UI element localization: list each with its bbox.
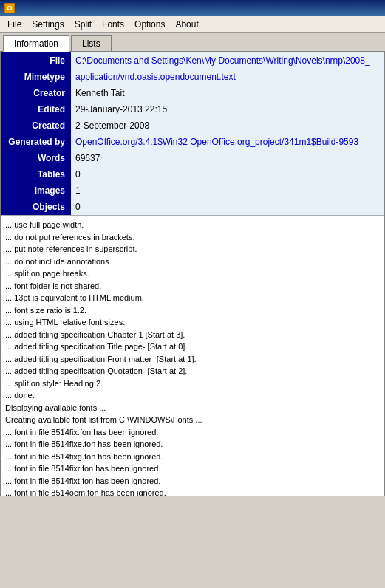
log-line: ... use full page width. (5, 219, 380, 231)
log-area[interactable]: ... use full page width.... do not put r… (1, 215, 384, 496)
info-value: 0 (71, 199, 384, 215)
log-line: ... 13pt is equivalent to HTML medium. (5, 292, 380, 304)
info-label: File (1, 52, 71, 69)
tab-information[interactable]: Information (3, 35, 69, 52)
menu-item-fonts[interactable]: Fonts (98, 18, 129, 31)
info-value: 1 (71, 182, 384, 199)
info-label: Words (1, 150, 71, 166)
log-line: ... using HTML relative font sizes. (5, 316, 380, 329)
table-row: FileC:\Documents and Settings\Ken\My Doc… (1, 52, 384, 69)
table-row: Words69637 (1, 150, 384, 166)
info-value: 2-September-2008 (71, 117, 384, 134)
info-label: Tables (1, 166, 71, 182)
tab-bar: InformationLists (0, 33, 385, 52)
info-value: 0 (71, 166, 384, 182)
log-line: ... font size ratio is 1.2. (5, 304, 380, 317)
log-line: ... do not include annotations. (5, 256, 380, 268)
log-line: ... font in file 8514fix.fon has been ig… (5, 426, 380, 439)
log-line: Creating available font list from C:\WIN… (5, 414, 380, 426)
menu-item-about[interactable]: About (171, 18, 202, 31)
log-line: ... font in file 8514oem.fon has been ig… (5, 487, 380, 496)
log-line: ... font in file 8514fixe.fon has been i… (5, 438, 380, 451)
table-row: Mimetypeapplication/vnd.oasis.opendocume… (1, 69, 384, 85)
table-row: CreatorKenneth Tait (1, 85, 384, 101)
menu-item-settings[interactable]: Settings (27, 18, 68, 31)
table-row: Tables0 (1, 166, 384, 182)
log-line: ... added titling specification Quotatio… (5, 365, 380, 377)
info-label: Mimetype (1, 69, 71, 85)
info-value: Kenneth Tait (71, 85, 384, 101)
menu-bar: FileSettingsSplitFontsOptionsAbout (0, 16, 385, 33)
info-label: Images (1, 182, 71, 199)
menu-item-split[interactable]: Split (70, 18, 96, 31)
info-value: 29-January-2013 22:15 (71, 101, 384, 117)
log-line: ... added titling specification Chapter … (5, 329, 380, 341)
menu-item-file[interactable]: File (3, 18, 26, 31)
app-icon: O (4, 3, 15, 13)
tab-lists[interactable]: Lists (71, 35, 112, 51)
info-label: Creator (1, 85, 71, 101)
table-row: Edited29-January-2013 22:15 (1, 101, 384, 117)
log-line: ... font in file 8514fixg.fon has been i… (5, 451, 380, 463)
info-value: OpenOffice.org/3.4.1$Win32 OpenOffice.or… (71, 134, 384, 150)
table-row: Created2-September-2008 (1, 117, 384, 134)
log-line: Displaying available fonts ... (5, 402, 380, 414)
menu-item-options[interactable]: Options (130, 18, 169, 31)
title-bar: O (0, 0, 385, 16)
log-line: ... font in file 8514fixr.fon has been i… (5, 462, 380, 475)
log-line: ... added titling specification Front ma… (5, 353, 380, 366)
log-line: ... split on style: Heading 2. (5, 377, 380, 390)
info-value: application/vnd.oasis.opendocument.text (71, 69, 384, 85)
log-line: ... do not put references in brackets. (5, 231, 380, 244)
log-line: ... put note references in superscript. (5, 243, 380, 256)
table-row: Generated byOpenOffice.org/3.4.1$Win32 O… (1, 134, 384, 150)
main-content: FileC:\Documents and Settings\Ken\My Doc… (0, 52, 385, 496)
table-row: Images1 (1, 182, 384, 199)
info-label: Objects (1, 199, 71, 215)
info-label: Generated by (1, 134, 71, 150)
log-line: ... split on page breaks. (5, 267, 380, 280)
log-line: ... font folder is not shared. (5, 280, 380, 293)
info-value: C:\Documents and Settings\Ken\My Documen… (71, 52, 384, 69)
log-line: ... font in file 8514fixt.fon has been i… (5, 475, 380, 488)
info-table: FileC:\Documents and Settings\Ken\My Doc… (1, 52, 384, 215)
info-label: Created (1, 117, 71, 134)
info-value: 69637 (71, 150, 384, 166)
info-label: Edited (1, 101, 71, 117)
log-line: ... done. (5, 389, 380, 402)
table-row: Objects0 (1, 199, 384, 215)
log-line: ... added titling specification Title pa… (5, 341, 380, 353)
